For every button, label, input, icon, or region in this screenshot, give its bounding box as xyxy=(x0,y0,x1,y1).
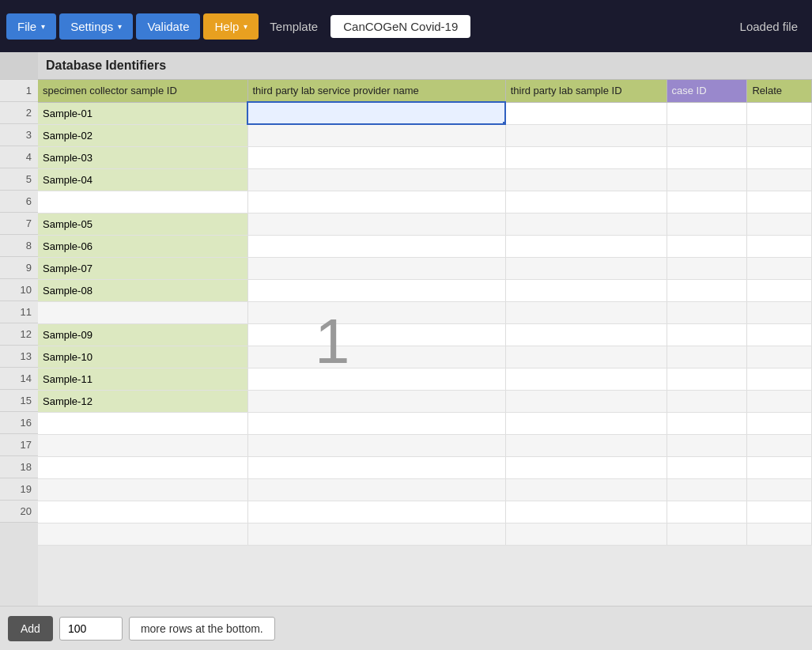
cell-1-case-id[interactable] xyxy=(667,102,747,124)
cell-6-specimen[interactable]: Sample-05 xyxy=(38,213,247,235)
cell-4-third-party-lab[interactable] xyxy=(247,168,505,191)
cell-14-third-party-sample[interactable] xyxy=(505,390,667,412)
cell-1-third-party-lab[interactable] xyxy=(247,102,505,124)
cell-10-third-party-lab[interactable] xyxy=(247,301,505,323)
cell-12-third-party-sample[interactable] xyxy=(505,346,667,368)
cell-2-relate[interactable] xyxy=(747,124,812,146)
cell-8-specimen[interactable]: Sample-07 xyxy=(38,257,247,279)
cell-6-third-party-sample[interactable] xyxy=(505,213,667,235)
cell-5-specimen[interactable] xyxy=(38,191,247,213)
cell-13-specimen[interactable]: Sample-11 xyxy=(38,368,247,390)
cell-4-case-id[interactable] xyxy=(667,168,747,191)
cell-6-third-party-lab[interactable] xyxy=(247,213,505,235)
cell-1-relate[interactable] xyxy=(747,102,812,124)
cell-16-specimen[interactable] xyxy=(38,434,247,456)
add-button[interactable]: Add xyxy=(8,616,53,641)
cell-12-relate[interactable] xyxy=(747,346,812,368)
cell-19-specimen[interactable] xyxy=(38,501,247,523)
cell-11-third-party-lab[interactable] xyxy=(247,323,505,346)
cell-19-case-id[interactable] xyxy=(667,501,747,523)
cell-16-third-party-sample[interactable] xyxy=(505,434,667,456)
cell-17-relate[interactable] xyxy=(747,456,812,478)
cell-4-relate[interactable] xyxy=(747,168,812,191)
cell-12-specimen[interactable]: Sample-10 xyxy=(38,346,247,368)
cell-16-relate[interactable] xyxy=(747,434,812,456)
cell-20-specimen[interactable] xyxy=(38,523,247,545)
cell-7-case-id[interactable] xyxy=(667,235,747,257)
cell-5-third-party-sample[interactable] xyxy=(505,191,667,213)
cell-8-third-party-lab[interactable] xyxy=(247,257,505,279)
cell-13-relate[interactable] xyxy=(747,368,812,390)
cell-15-case-id[interactable] xyxy=(667,412,747,434)
cell-5-third-party-lab[interactable] xyxy=(247,191,505,213)
cell-10-relate[interactable] xyxy=(747,301,812,323)
cell-8-relate[interactable] xyxy=(747,257,812,279)
cell-2-third-party-lab[interactable] xyxy=(247,124,505,146)
cell-4-specimen[interactable]: Sample-04 xyxy=(38,168,247,191)
cell-15-third-party-sample[interactable] xyxy=(505,412,667,434)
validate-button[interactable]: Validate xyxy=(136,13,200,40)
cell-6-relate[interactable] xyxy=(747,213,812,235)
cell-19-third-party-lab[interactable] xyxy=(247,501,505,523)
cell-13-third-party-sample[interactable] xyxy=(505,368,667,390)
cell-17-third-party-lab[interactable] xyxy=(247,456,505,478)
file-button[interactable]: File ▾ xyxy=(6,13,56,40)
cell-9-specimen[interactable]: Sample-08 xyxy=(38,279,247,301)
cell-8-third-party-sample[interactable] xyxy=(505,257,667,279)
cell-11-third-party-sample[interactable] xyxy=(505,323,667,346)
cell-5-case-id[interactable] xyxy=(667,191,747,213)
cell-9-third-party-sample[interactable] xyxy=(505,279,667,301)
cell-2-case-id[interactable] xyxy=(667,124,747,146)
cell-15-third-party-lab[interactable] xyxy=(247,412,505,434)
cell-1-specimen[interactable]: Sample-01 xyxy=(38,102,247,124)
cell-3-relate[interactable] xyxy=(747,146,812,168)
cell-11-relate[interactable] xyxy=(747,323,812,346)
cell-20-third-party-lab[interactable] xyxy=(247,523,505,545)
cell-14-relate[interactable] xyxy=(747,390,812,412)
cell-7-third-party-lab[interactable] xyxy=(247,235,505,257)
cell-19-relate[interactable] xyxy=(747,501,812,523)
cell-10-third-party-sample[interactable] xyxy=(505,301,667,323)
cell-11-specimen[interactable]: Sample-09 xyxy=(38,323,247,346)
cell-18-third-party-sample[interactable] xyxy=(505,478,667,501)
cell-18-relate[interactable] xyxy=(747,478,812,501)
cell-17-case-id[interactable] xyxy=(667,456,747,478)
cell-16-case-id[interactable] xyxy=(667,434,747,456)
cell-13-third-party-lab[interactable] xyxy=(247,368,505,390)
cell-11-case-id[interactable] xyxy=(667,323,747,346)
rows-input[interactable] xyxy=(59,617,123,641)
cell-9-relate[interactable] xyxy=(747,279,812,301)
cell-3-third-party-sample[interactable] xyxy=(505,146,667,168)
cell-2-third-party-sample[interactable] xyxy=(505,124,667,146)
cell-17-third-party-sample[interactable] xyxy=(505,456,667,478)
cell-5-relate[interactable] xyxy=(747,191,812,213)
cell-3-third-party-lab[interactable] xyxy=(247,146,505,168)
cell-3-case-id[interactable] xyxy=(667,146,747,168)
cell-13-case-id[interactable] xyxy=(667,368,747,390)
cell-6-case-id[interactable] xyxy=(667,213,747,235)
cell-9-case-id[interactable] xyxy=(667,279,747,301)
cell-7-relate[interactable] xyxy=(747,235,812,257)
cell-4-third-party-sample[interactable] xyxy=(505,168,667,191)
cell-14-third-party-lab[interactable] xyxy=(247,390,505,412)
cell-10-case-id[interactable] xyxy=(667,301,747,323)
cell-7-specimen[interactable]: Sample-06 xyxy=(38,235,247,257)
cell-8-case-id[interactable] xyxy=(667,257,747,279)
settings-button[interactable]: Settings ▾ xyxy=(59,13,133,40)
cell-18-third-party-lab[interactable] xyxy=(247,478,505,501)
cell-16-third-party-lab[interactable] xyxy=(247,434,505,456)
cell-14-case-id[interactable] xyxy=(667,390,747,412)
cell-12-third-party-lab[interactable] xyxy=(247,346,505,368)
cell-12-case-id[interactable] xyxy=(667,346,747,368)
cell-7-third-party-sample[interactable] xyxy=(505,235,667,257)
cell-15-specimen[interactable] xyxy=(38,412,247,434)
cell-15-relate[interactable] xyxy=(747,412,812,434)
cell-20-case-id[interactable] xyxy=(667,523,747,545)
cell-9-third-party-lab[interactable] xyxy=(247,279,505,301)
cell-18-case-id[interactable] xyxy=(667,478,747,501)
cell-20-third-party-sample[interactable] xyxy=(505,523,667,545)
cell-14-specimen[interactable]: Sample-12 xyxy=(38,390,247,412)
cell-2-specimen[interactable]: Sample-02 xyxy=(38,124,247,146)
cell-18-specimen[interactable] xyxy=(38,478,247,501)
cell-19-third-party-sample[interactable] xyxy=(505,501,667,523)
